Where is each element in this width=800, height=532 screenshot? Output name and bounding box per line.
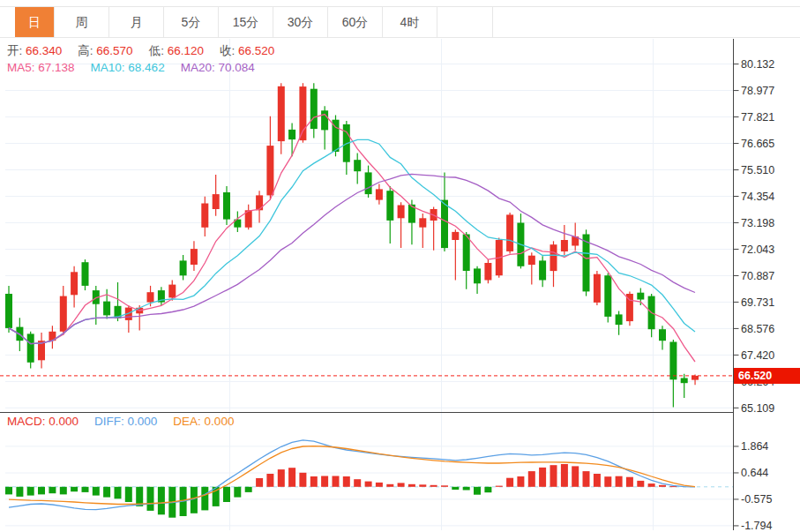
ma5-line <box>9 115 695 363</box>
ma10-line <box>9 139 695 343</box>
macd-hist-bar <box>648 483 655 487</box>
macd-hist-bar <box>550 465 557 487</box>
macd-axis-tick-label: 0.644 <box>741 467 768 479</box>
candle-body <box>561 240 568 251</box>
tab-weekly[interactable]: 周 <box>55 7 109 37</box>
macd-hist-bar <box>321 476 328 487</box>
timeframe-tabbar: 日周月5分15分30分60分4时 <box>0 6 800 38</box>
ma-bar-ma5: MA5: 67.138 <box>7 61 75 74</box>
candle-body <box>616 314 623 325</box>
macd-hist-bar <box>49 487 56 493</box>
quote-bar-high: 高: 66.570 <box>78 44 132 57</box>
tab-daily[interactable]: 日 <box>15 7 55 37</box>
candle-body <box>376 189 383 199</box>
candle-body <box>191 249 198 265</box>
candle-body <box>82 262 89 286</box>
candle-body <box>213 194 220 209</box>
y-axis-tick-label: 74.354 <box>741 191 774 203</box>
candle-body <box>256 195 263 210</box>
macd-hist-bar <box>82 487 89 492</box>
candle-body <box>669 342 677 380</box>
macd-hist-bar <box>278 469 285 487</box>
candle-body <box>310 89 318 129</box>
tab-5min[interactable]: 5分 <box>164 7 219 37</box>
candle-body <box>659 329 666 341</box>
candle-body <box>223 192 230 220</box>
macd-axis-tick-label: -1.794 <box>741 520 772 532</box>
candle-body <box>5 294 12 328</box>
macd-hist-bar <box>16 487 23 497</box>
macd-hist-bar <box>604 476 611 487</box>
macd-hist-bar <box>266 474 273 487</box>
tab-monthly[interactable]: 月 <box>109 7 164 37</box>
macd-hist-bar <box>245 487 252 492</box>
candle-body <box>550 244 557 271</box>
candle-body <box>71 272 78 295</box>
candle-body <box>386 191 393 221</box>
tabbar-filler <box>437 7 493 37</box>
candle-body <box>201 204 208 228</box>
macd-hist-bar <box>201 487 208 511</box>
y-axis-tick-label: 73.198 <box>741 217 774 229</box>
macd-hist-bar <box>158 487 165 515</box>
candle-body <box>60 296 67 332</box>
macd-hist-bar <box>354 479 361 487</box>
macd-hist-bar <box>398 483 405 486</box>
macd-hist-bar <box>103 487 110 498</box>
tab-60min[interactable]: 60分 <box>328 7 383 37</box>
tab-4hour[interactable]: 4时 <box>383 7 437 37</box>
ma-bar: MA5: 67.138MA10: 68.462MA20: 70.084 <box>7 61 271 74</box>
macd-hist-bar <box>125 487 132 502</box>
y-axis-tick-label: 67.420 <box>741 349 774 362</box>
candle-body <box>180 260 187 275</box>
macd-hist-bar <box>343 476 350 487</box>
y-axis-tick-label: 80.132 <box>741 58 774 71</box>
y-axis-tick-label: 65.109 <box>741 402 774 415</box>
candle-body <box>168 285 176 298</box>
candle-body <box>506 214 513 251</box>
macd-hist-bar <box>419 484 426 487</box>
macd-hist-bar <box>594 474 601 487</box>
candle-body <box>278 86 285 141</box>
candle-body <box>321 110 328 130</box>
macd-hist-bar <box>528 471 535 487</box>
macd-hist-bar <box>223 487 230 502</box>
macd-hist-bar <box>191 487 198 513</box>
ma-bar-ma10: MA10: 68.462 <box>91 61 165 74</box>
macd-hist-bar <box>517 476 524 487</box>
macd-hist-bar <box>310 476 318 487</box>
tab-15min[interactable]: 15分 <box>219 7 273 37</box>
macd-hist-bar <box>408 484 415 487</box>
macd-hist-bar <box>38 487 45 495</box>
macd-hist-bar <box>669 486 677 487</box>
y-axis-tick-label: 72.043 <box>741 244 774 256</box>
macd-hist-bar <box>561 464 568 487</box>
y-axis-tick-label: 77.821 <box>741 111 774 124</box>
macd-bar-diff: DIFF: 0.000 <box>94 415 157 428</box>
macd-bar-dea: DEA: 0.000 <box>173 415 234 428</box>
macd-hist-bar <box>386 484 393 487</box>
chart-canvas[interactable]: 80.13278.97777.82176.66575.51074.35473.1… <box>0 0 800 532</box>
candle-body <box>441 200 448 249</box>
macd-axis-tick-label: -0.575 <box>741 493 772 506</box>
macd-hist-bar <box>496 486 503 487</box>
y-axis-tick-label: 70.887 <box>741 270 774 282</box>
candle-body <box>103 302 110 316</box>
candle-body <box>147 292 154 302</box>
macd-hist-bar <box>376 483 383 487</box>
candle-body <box>484 263 491 281</box>
macd-hist-bar <box>288 468 295 487</box>
y-axis-tick-label: 69.731 <box>741 296 774 309</box>
quote-bar-low: 低: 66.120 <box>149 44 204 57</box>
macd-hist-bar <box>115 487 122 499</box>
current-price-label: 66.520 <box>734 368 800 384</box>
macd-hist-bar <box>441 485 448 487</box>
macd-hist-bar <box>5 487 12 495</box>
quote-bar: 开: 66.340高: 66.570低: 66.120收: 66.520 <box>7 43 290 59</box>
macd-hist-bar <box>27 487 34 496</box>
tab-30min[interactable]: 30分 <box>273 7 328 37</box>
macd-hist-bar <box>616 476 623 487</box>
macd-hist-bar <box>333 476 340 487</box>
candle-body <box>474 268 481 283</box>
candle-body <box>398 206 405 219</box>
